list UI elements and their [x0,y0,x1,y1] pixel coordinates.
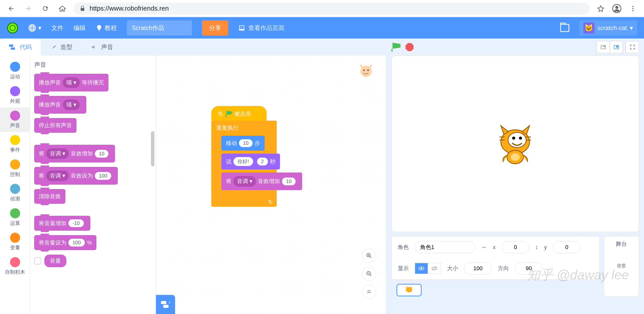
svg-rect-14 [161,301,166,304]
preview-icon [238,24,245,31]
svg-point-1 [615,6,618,9]
project-title-input[interactable]: Scratch作品 [127,20,192,36]
svg-rect-18 [603,46,605,47]
svg-point-9 [360,66,372,77]
block-play-until-done[interactable]: 播放声音喵 ▾等待播完 [34,74,108,91]
fullscreen-button[interactable] [626,41,639,53]
green-flag-button[interactable] [391,43,400,52]
xy-icon: ↔ [481,244,487,251]
code-icon [9,44,16,50]
back-icon[interactable] [8,5,15,12]
stage[interactable] [391,56,639,232]
my-stuff-icon[interactable] [560,24,569,32]
username: scratch-cat [597,24,627,31]
category-control[interactable]: 控制 [0,156,30,181]
reload-icon[interactable] [42,5,49,12]
scratch-logo[interactable] [7,22,18,33]
tab-sounds[interactable]: 声音 [82,39,122,56]
url-bar[interactable]: https://www.robofriends.ren [73,3,590,15]
category-sound[interactable]: 声音 [0,108,30,132]
chevron-down-icon: ▾ [38,24,41,31]
paintbrush-icon [50,44,57,50]
category-myblocks[interactable]: 自制积木 [0,254,30,278]
svg-point-28 [421,268,422,269]
svg-point-24 [519,137,522,140]
sprite-scratch-cat[interactable] [493,121,538,166]
block-forever[interactable]: 重复执行 移动10步 说你好!2秒 将音调 ▾音效增加10 [211,121,277,198]
category-sensing[interactable]: 侦测 [0,181,30,205]
sprite-watermark [356,63,376,83]
view-project-page[interactable]: 查看作品页面 [238,24,285,32]
hide-sprite-button[interactable] [428,263,441,274]
block-clear-effects[interactable]: 清除音效 [34,189,65,204]
sprite-direction-input[interactable] [515,262,543,274]
user-menu[interactable]: 🐱 scratch-cat ▾ [579,20,637,36]
edit-menu[interactable]: 编辑 [73,24,86,32]
menu-bar: ▾ 文件 编辑 教程 Scratch作品 分享 查看作品页面 🐱 scratch… [0,17,644,39]
zoom-in-button[interactable] [362,249,376,263]
tab-code[interactable]: 代码 [0,39,41,56]
block-change-effect[interactable]: 将音调 ▾音效增加10 [34,145,115,162]
category-events[interactable]: 事件 [0,132,30,156]
chevron-down-icon: ▾ [630,24,633,31]
stage-selector[interactable]: 舞台 背景 [604,236,639,296]
category-looks[interactable]: 外观 [0,83,30,108]
block-change-pitch-effect[interactable]: 将音调 ▾音效增加10 [221,172,302,190]
tab-costumes[interactable]: 造型 [41,39,82,56]
avatar: 🐱 [583,22,594,33]
stage-large-button[interactable] [610,41,623,53]
stage-small-button[interactable] [597,41,610,53]
sprite-size-input[interactable] [464,262,492,274]
svg-point-2 [632,6,634,7]
svg-point-3 [632,8,634,9]
volume-checkbox[interactable] [34,257,41,264]
add-extension-button[interactable]: + [156,295,175,314]
block-change-volume[interactable]: 将音量增加-10 [34,216,90,231]
forward-icon[interactable] [25,5,32,12]
share-button[interactable]: 分享 [202,20,228,36]
sprite-name-input[interactable] [415,241,475,253]
block-palette: 声音 播放声音喵 ▾等待播完 播放声音喵 ▾ 停止所有声音 将音调 ▾音效增加1… [30,56,156,314]
sprite-y-input[interactable] [553,241,581,253]
block-set-effect[interactable]: 将音调 ▾音效设为100 [34,167,118,185]
script-workspace[interactable]: 当被点击 重复执行 移动10步 说你好!2秒 将音调 ▾音效增加10 = [156,56,386,314]
url-text: https://www.robofriends.ren [90,5,169,12]
sprite-item-1[interactable] [396,284,422,296]
block-stop-all-sounds[interactable]: 停止所有声音 [34,118,76,133]
star-icon[interactable] [597,5,604,12]
svg-rect-8 [11,47,15,50]
sprite-label: 角色 [398,243,409,251]
globe-icon [28,24,36,32]
language-menu[interactable]: ▾ [28,24,41,32]
stop-button[interactable] [406,43,414,51]
palette-scrollbar[interactable] [151,131,154,166]
block-move-steps[interactable]: 移动10步 [221,136,265,151]
category-operators[interactable]: 运算 [0,205,30,230]
block-volume-reporter[interactable]: 音量 [34,255,152,267]
svg-point-26 [511,153,520,161]
profile-icon[interactable] [612,4,621,13]
flag-icon [225,111,232,117]
file-menu[interactable]: 文件 [51,24,63,32]
home-icon[interactable] [59,5,66,12]
block-say-for-secs[interactable]: 说你好!2秒 [221,154,280,169]
sprite-list [396,284,595,296]
block-play-sound[interactable]: 播放声音喵 ▾ [34,96,86,114]
lightbulb-icon [96,24,103,31]
block-forever-bottom[interactable] [211,198,277,207]
svg-rect-7 [9,45,13,47]
category-motion[interactable]: 运动 [0,59,30,83]
tutorials-menu[interactable]: 教程 [96,24,117,32]
zoom-out-button[interactable] [362,267,376,281]
lock-icon [79,6,86,12]
script-stack[interactable]: 当被点击 重复执行 移动10步 说你好!2秒 将音调 ▾音效增加10 [211,106,277,207]
sprite-x-input[interactable] [502,241,529,253]
show-sprite-button[interactable] [415,263,428,274]
sprite-info-panel: 角色 ↔ x ↕ y 显示 大小 [391,236,600,280]
block-set-volume[interactable]: 将音量设为100% [34,235,96,250]
zoom-reset-button[interactable]: = [362,285,376,299]
category-variables[interactable]: 变量 [0,230,30,254]
menu-icon[interactable] [629,5,636,12]
block-when-flag-clicked[interactable]: 当被点击 [211,106,267,121]
browser-chrome: https://www.robofriends.ren [0,0,644,17]
